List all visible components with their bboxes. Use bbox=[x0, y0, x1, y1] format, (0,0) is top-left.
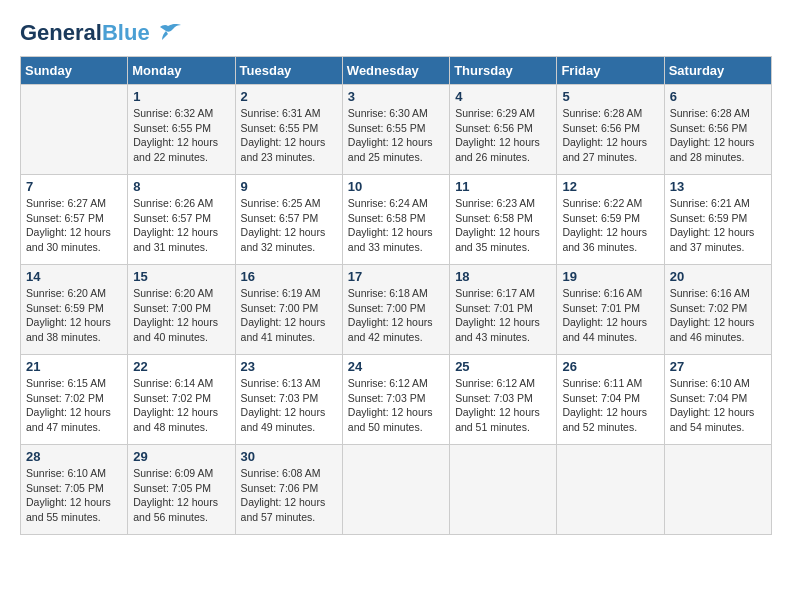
calendar-cell: 19Sunrise: 6:16 AM Sunset: 7:01 PM Dayli… bbox=[557, 265, 664, 355]
day-info: Sunrise: 6:16 AM Sunset: 7:01 PM Dayligh… bbox=[562, 286, 658, 345]
calendar-week-row: 7Sunrise: 6:27 AM Sunset: 6:57 PM Daylig… bbox=[21, 175, 772, 265]
calendar-body: 1Sunrise: 6:32 AM Sunset: 6:55 PM Daylig… bbox=[21, 85, 772, 535]
day-info: Sunrise: 6:22 AM Sunset: 6:59 PM Dayligh… bbox=[562, 196, 658, 255]
day-of-week-header: Monday bbox=[128, 57, 235, 85]
day-number: 4 bbox=[455, 89, 551, 104]
day-number: 18 bbox=[455, 269, 551, 284]
calendar-cell: 13Sunrise: 6:21 AM Sunset: 6:59 PM Dayli… bbox=[664, 175, 771, 265]
day-number: 28 bbox=[26, 449, 122, 464]
calendar-cell: 30Sunrise: 6:08 AM Sunset: 7:06 PM Dayli… bbox=[235, 445, 342, 535]
day-number: 2 bbox=[241, 89, 337, 104]
calendar-cell: 14Sunrise: 6:20 AM Sunset: 6:59 PM Dayli… bbox=[21, 265, 128, 355]
day-info: Sunrise: 6:13 AM Sunset: 7:03 PM Dayligh… bbox=[241, 376, 337, 435]
day-info: Sunrise: 6:23 AM Sunset: 6:58 PM Dayligh… bbox=[455, 196, 551, 255]
calendar-cell: 2Sunrise: 6:31 AM Sunset: 6:55 PM Daylig… bbox=[235, 85, 342, 175]
day-number: 26 bbox=[562, 359, 658, 374]
day-number: 6 bbox=[670, 89, 766, 104]
day-number: 30 bbox=[241, 449, 337, 464]
calendar-cell: 12Sunrise: 6:22 AM Sunset: 6:59 PM Dayli… bbox=[557, 175, 664, 265]
calendar-cell: 16Sunrise: 6:19 AM Sunset: 7:00 PM Dayli… bbox=[235, 265, 342, 355]
day-number: 10 bbox=[348, 179, 444, 194]
calendar-cell: 21Sunrise: 6:15 AM Sunset: 7:02 PM Dayli… bbox=[21, 355, 128, 445]
calendar-cell: 18Sunrise: 6:17 AM Sunset: 7:01 PM Dayli… bbox=[450, 265, 557, 355]
day-info: Sunrise: 6:16 AM Sunset: 7:02 PM Dayligh… bbox=[670, 286, 766, 345]
day-number: 25 bbox=[455, 359, 551, 374]
day-info: Sunrise: 6:15 AM Sunset: 7:02 PM Dayligh… bbox=[26, 376, 122, 435]
calendar-week-row: 21Sunrise: 6:15 AM Sunset: 7:02 PM Dayli… bbox=[21, 355, 772, 445]
calendar-header-row: SundayMondayTuesdayWednesdayThursdayFrid… bbox=[21, 57, 772, 85]
calendar-cell: 6Sunrise: 6:28 AM Sunset: 6:56 PM Daylig… bbox=[664, 85, 771, 175]
calendar-cell bbox=[557, 445, 664, 535]
calendar-week-row: 14Sunrise: 6:20 AM Sunset: 6:59 PM Dayli… bbox=[21, 265, 772, 355]
calendar-cell bbox=[21, 85, 128, 175]
calendar-cell: 10Sunrise: 6:24 AM Sunset: 6:58 PM Dayli… bbox=[342, 175, 449, 265]
calendar-cell: 26Sunrise: 6:11 AM Sunset: 7:04 PM Dayli… bbox=[557, 355, 664, 445]
day-info: Sunrise: 6:20 AM Sunset: 7:00 PM Dayligh… bbox=[133, 286, 229, 345]
day-info: Sunrise: 6:11 AM Sunset: 7:04 PM Dayligh… bbox=[562, 376, 658, 435]
day-number: 22 bbox=[133, 359, 229, 374]
calendar-cell: 7Sunrise: 6:27 AM Sunset: 6:57 PM Daylig… bbox=[21, 175, 128, 265]
calendar-week-row: 28Sunrise: 6:10 AM Sunset: 7:05 PM Dayli… bbox=[21, 445, 772, 535]
day-info: Sunrise: 6:21 AM Sunset: 6:59 PM Dayligh… bbox=[670, 196, 766, 255]
day-info: Sunrise: 6:19 AM Sunset: 7:00 PM Dayligh… bbox=[241, 286, 337, 345]
day-info: Sunrise: 6:25 AM Sunset: 6:57 PM Dayligh… bbox=[241, 196, 337, 255]
calendar-cell: 5Sunrise: 6:28 AM Sunset: 6:56 PM Daylig… bbox=[557, 85, 664, 175]
day-info: Sunrise: 6:24 AM Sunset: 6:58 PM Dayligh… bbox=[348, 196, 444, 255]
day-info: Sunrise: 6:31 AM Sunset: 6:55 PM Dayligh… bbox=[241, 106, 337, 165]
day-number: 24 bbox=[348, 359, 444, 374]
logo: GeneralBlue bbox=[20, 20, 182, 46]
day-number: 20 bbox=[670, 269, 766, 284]
day-info: Sunrise: 6:08 AM Sunset: 7:06 PM Dayligh… bbox=[241, 466, 337, 525]
calendar-cell bbox=[450, 445, 557, 535]
calendar-cell: 23Sunrise: 6:13 AM Sunset: 7:03 PM Dayli… bbox=[235, 355, 342, 445]
day-of-week-header: Wednesday bbox=[342, 57, 449, 85]
day-info: Sunrise: 6:10 AM Sunset: 7:05 PM Dayligh… bbox=[26, 466, 122, 525]
calendar-cell: 29Sunrise: 6:09 AM Sunset: 7:05 PM Dayli… bbox=[128, 445, 235, 535]
day-of-week-header: Sunday bbox=[21, 57, 128, 85]
day-of-week-header: Saturday bbox=[664, 57, 771, 85]
day-number: 7 bbox=[26, 179, 122, 194]
day-info: Sunrise: 6:14 AM Sunset: 7:02 PM Dayligh… bbox=[133, 376, 229, 435]
calendar-cell: 24Sunrise: 6:12 AM Sunset: 7:03 PM Dayli… bbox=[342, 355, 449, 445]
day-number: 16 bbox=[241, 269, 337, 284]
calendar-cell: 4Sunrise: 6:29 AM Sunset: 6:56 PM Daylig… bbox=[450, 85, 557, 175]
day-info: Sunrise: 6:12 AM Sunset: 7:03 PM Dayligh… bbox=[348, 376, 444, 435]
logo-bird-icon bbox=[154, 22, 182, 44]
day-number: 12 bbox=[562, 179, 658, 194]
day-of-week-header: Thursday bbox=[450, 57, 557, 85]
day-info: Sunrise: 6:09 AM Sunset: 7:05 PM Dayligh… bbox=[133, 466, 229, 525]
day-number: 9 bbox=[241, 179, 337, 194]
day-number: 29 bbox=[133, 449, 229, 464]
calendar-cell: 9Sunrise: 6:25 AM Sunset: 6:57 PM Daylig… bbox=[235, 175, 342, 265]
day-info: Sunrise: 6:32 AM Sunset: 6:55 PM Dayligh… bbox=[133, 106, 229, 165]
day-number: 13 bbox=[670, 179, 766, 194]
day-number: 19 bbox=[562, 269, 658, 284]
day-of-week-header: Tuesday bbox=[235, 57, 342, 85]
day-number: 11 bbox=[455, 179, 551, 194]
day-info: Sunrise: 6:28 AM Sunset: 6:56 PM Dayligh… bbox=[670, 106, 766, 165]
day-number: 23 bbox=[241, 359, 337, 374]
day-number: 8 bbox=[133, 179, 229, 194]
day-number: 1 bbox=[133, 89, 229, 104]
calendar-cell: 17Sunrise: 6:18 AM Sunset: 7:00 PM Dayli… bbox=[342, 265, 449, 355]
calendar-cell: 11Sunrise: 6:23 AM Sunset: 6:58 PM Dayli… bbox=[450, 175, 557, 265]
calendar-cell: 20Sunrise: 6:16 AM Sunset: 7:02 PM Dayli… bbox=[664, 265, 771, 355]
day-info: Sunrise: 6:27 AM Sunset: 6:57 PM Dayligh… bbox=[26, 196, 122, 255]
day-info: Sunrise: 6:28 AM Sunset: 6:56 PM Dayligh… bbox=[562, 106, 658, 165]
calendar-cell: 8Sunrise: 6:26 AM Sunset: 6:57 PM Daylig… bbox=[128, 175, 235, 265]
page-header: GeneralBlue bbox=[20, 20, 772, 46]
day-info: Sunrise: 6:18 AM Sunset: 7:00 PM Dayligh… bbox=[348, 286, 444, 345]
day-info: Sunrise: 6:10 AM Sunset: 7:04 PM Dayligh… bbox=[670, 376, 766, 435]
day-number: 3 bbox=[348, 89, 444, 104]
calendar-cell: 27Sunrise: 6:10 AM Sunset: 7:04 PM Dayli… bbox=[664, 355, 771, 445]
calendar-week-row: 1Sunrise: 6:32 AM Sunset: 6:55 PM Daylig… bbox=[21, 85, 772, 175]
day-of-week-header: Friday bbox=[557, 57, 664, 85]
calendar-cell: 25Sunrise: 6:12 AM Sunset: 7:03 PM Dayli… bbox=[450, 355, 557, 445]
day-number: 15 bbox=[133, 269, 229, 284]
calendar-cell: 28Sunrise: 6:10 AM Sunset: 7:05 PM Dayli… bbox=[21, 445, 128, 535]
day-info: Sunrise: 6:17 AM Sunset: 7:01 PM Dayligh… bbox=[455, 286, 551, 345]
calendar-table: SundayMondayTuesdayWednesdayThursdayFrid… bbox=[20, 56, 772, 535]
calendar-cell: 3Sunrise: 6:30 AM Sunset: 6:55 PM Daylig… bbox=[342, 85, 449, 175]
day-info: Sunrise: 6:26 AM Sunset: 6:57 PM Dayligh… bbox=[133, 196, 229, 255]
day-number: 17 bbox=[348, 269, 444, 284]
